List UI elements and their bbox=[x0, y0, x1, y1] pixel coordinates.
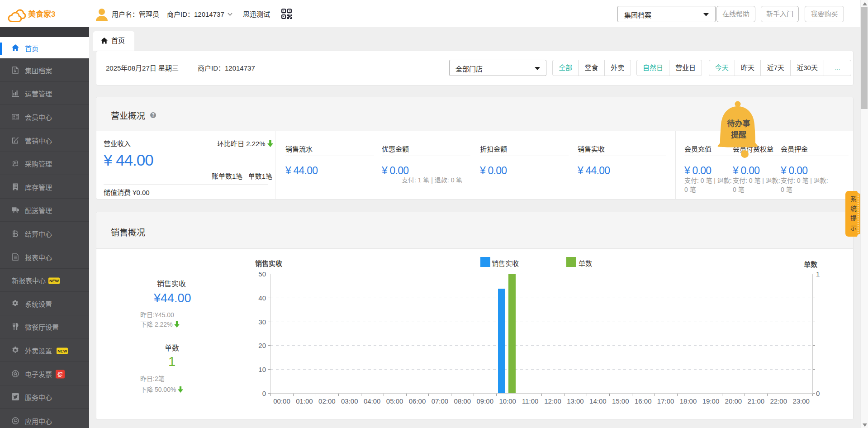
svg-text:提醒: 提醒 bbox=[731, 131, 746, 139]
svg-text:待办事: 待办事 bbox=[727, 119, 750, 128]
